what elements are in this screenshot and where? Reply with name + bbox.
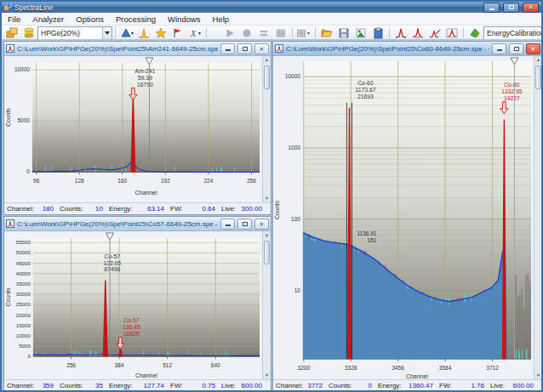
status-value-energy: 63.14: [147, 205, 164, 213]
star-icon[interactable]: [152, 26, 169, 39]
peak-search-icon[interactable]: [392, 26, 409, 39]
window-close-button[interactable]: ✕: [254, 43, 269, 54]
database-icon[interactable]: [20, 26, 37, 39]
flag-marker-icon[interactable]: [169, 26, 186, 39]
window-minimize-button[interactable]: [220, 43, 235, 54]
chart-scrollbar[interactable]: ▲ ▼: [262, 56, 271, 202]
window-minimize-button[interactable]: [492, 43, 506, 54]
app-maximize-button[interactable]: [503, 3, 519, 13]
image-export-icon[interactable]: [352, 26, 369, 39]
scroll-thumb[interactable]: [264, 241, 270, 264]
spectrum-statusbar: Channel:180Counts:10Energy:63.14FW:0.64L…: [4, 202, 271, 214]
record-icon[interactable]: [238, 26, 255, 39]
svg-text:30000: 30000: [16, 291, 31, 297]
svg-text:3584: 3584: [439, 365, 452, 371]
window-titlebar[interactable]: C:\Lum\Work\GP\HPGe(20%)\Spe\Point25\Am2…: [4, 42, 271, 56]
scroll-down-arrow[interactable]: ▼: [263, 195, 271, 202]
peak-window-icon[interactable]: [443, 26, 460, 39]
status-label-live: Live:: [490, 382, 505, 389]
co60-spectrum-chart[interactable]: 1010010001000032003328345635843712Co-601…: [273, 56, 534, 379]
status-field-fw: FW:0.75: [170, 382, 221, 389]
window-title: C:\Lum\Work\GP\HPGe(20%)\Spe\Point25\Co6…: [286, 45, 489, 53]
menu-help[interactable]: Help: [207, 14, 236, 24]
status-label-counts: Counts:: [60, 205, 83, 213]
svg-text:10000: 10000: [14, 66, 30, 72]
status-field-channel: Channel:359: [7, 382, 60, 389]
status-label-energy: Energy:: [109, 382, 133, 389]
spectrum-window-co57: C:\Lum\Work\GP\HPGe(20%)\Spe\Point25\Co5…: [3, 216, 272, 392]
window-titlebar[interactable]: C:\Lum\Work\GP\HPGe(20%)\Spe\Point25\Co5…: [4, 217, 271, 231]
status-label-channel: Channel:: [7, 382, 34, 389]
svg-text:384: 384: [115, 362, 124, 368]
menu-windows[interactable]: Windows: [162, 14, 207, 24]
svg-text:Counts: Counts: [274, 201, 280, 220]
svg-text:512: 512: [163, 362, 172, 368]
chart-scrollbar[interactable]: ▲ ▼: [534, 56, 542, 379]
app-minimize-button[interactable]: [483, 3, 500, 13]
menu-options[interactable]: Options: [70, 14, 110, 24]
window-close-button[interactable]: ✕: [254, 219, 269, 230]
window-titlebar[interactable]: C:\Lum\Work\GP\HPGe(20%)\Spe\Point25\Co6…: [273, 42, 542, 56]
scroll-down-arrow[interactable]: ▼: [263, 372, 271, 379]
menu-file[interactable]: File: [2, 14, 26, 24]
status-field-fw: FW:0.64: [170, 205, 221, 213]
energy-peak-icon[interactable]: [135, 26, 152, 39]
status-value-energy: 127.74: [144, 382, 164, 389]
detector-combo-arrow[interactable]: [102, 27, 111, 39]
window-close-button[interactable]: ✕: [526, 43, 540, 54]
svg-text:0: 0: [27, 353, 31, 359]
pause-icon[interactable]: [255, 26, 272, 39]
scroll-up-arrow[interactable]: ▲: [534, 56, 542, 64]
stop-grid-icon[interactable]: [272, 26, 289, 39]
layout-grid-icon[interactable]: [295, 26, 312, 39]
scroll-up-arrow[interactable]: ▲: [263, 231, 271, 239]
status-value-fw: 0.75: [202, 382, 215, 389]
scroll-thumb[interactable]: [535, 65, 541, 89]
calibration-combo-value: EnergyCalibration: [484, 29, 543, 37]
svg-text:3328: 3328: [345, 365, 357, 371]
calibration-combo[interactable]: EnergyCalibration: [483, 26, 543, 40]
status-value-energy: 1360.47: [409, 382, 433, 389]
svg-text:Channel: Channel: [135, 372, 157, 378]
scroll-up-arrow[interactable]: ▲: [263, 56, 271, 64]
play-icon[interactable]: [221, 26, 238, 39]
save-icon[interactable]: [335, 26, 352, 39]
status-field-live: Live:600.00: [490, 382, 540, 389]
status-field-counts: Counts:10: [60, 205, 109, 213]
spectrum-file-icon: [6, 219, 14, 228]
app-titlebar[interactable]: SpectraLine ✕: [2, 2, 541, 13]
cascade-windows-icon[interactable]: [3, 26, 20, 39]
clear-icon[interactable]: [466, 26, 483, 39]
svg-text:Co-57136.4510825: Co-57136.4510825: [123, 317, 140, 337]
x-scale-icon[interactable]: X: [186, 26, 203, 39]
menu-analyzer[interactable]: Analyzer: [26, 14, 70, 24]
svg-text:Channel: Channel: [406, 373, 428, 379]
svg-text:100: 100: [291, 216, 300, 222]
peak-funnel-icon[interactable]: [118, 26, 135, 39]
window-restore-button[interactable]: [509, 43, 523, 54]
svg-text:Co-601173.6721693: Co-601173.6721693: [355, 80, 375, 99]
clipboard-icon[interactable]: [369, 26, 386, 39]
window-minimize-button[interactable]: [220, 219, 235, 230]
detector-combo[interactable]: HPGe(20%): [37, 26, 112, 40]
window-restore-button[interactable]: [237, 43, 252, 54]
menu-processing[interactable]: Processing: [110, 14, 162, 24]
spectrum-window-am241: C:\Lum\Work\GP\HPGe(20%)\Spe\Point25\Am2…: [3, 41, 272, 215]
scroll-down-arrow[interactable]: ▼: [534, 372, 542, 379]
status-field-counts: Counts:35: [60, 382, 109, 389]
co57-spectrum-chart[interactable]: 0500010000150002000025000300003500040000…: [4, 231, 262, 379]
peak-fit-icon[interactable]: [409, 26, 426, 39]
status-field-channel: Channel:180: [7, 205, 60, 213]
app-close-button[interactable]: ✕: [523, 3, 539, 13]
svg-text:256: 256: [247, 178, 256, 184]
status-field-energy: Energy:127.74: [109, 382, 170, 389]
scroll-thumb[interactable]: [264, 65, 270, 89]
peak-edit-icon[interactable]: [426, 26, 443, 39]
am241-spectrum-chart[interactable]: 050001000096128160192224256Am-24159.3916…: [4, 56, 262, 202]
window-restore-button[interactable]: [237, 219, 252, 230]
status-value-live: 300.00: [242, 205, 262, 213]
svg-text:45000: 45000: [16, 260, 31, 266]
svg-text:3200: 3200: [298, 365, 311, 371]
chart-scrollbar[interactable]: ▲ ▼: [262, 231, 271, 379]
open-file-icon[interactable]: [318, 26, 335, 39]
